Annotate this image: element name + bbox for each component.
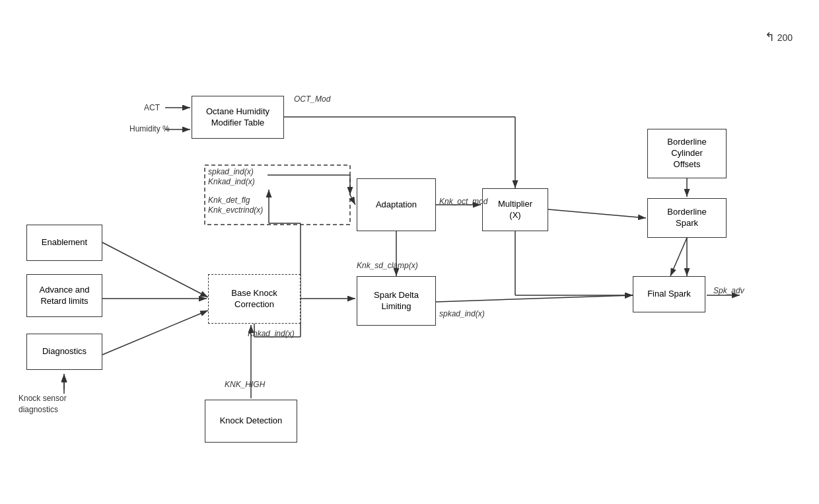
multiplier-box: Multiplier(X)	[482, 188, 548, 231]
advance-retard-box: Advance andRetard limits	[26, 274, 102, 317]
spkad-ind2-label: spkad_ind(x)	[439, 309, 485, 318]
spark-delta-box: Spark DeltaLimiting	[357, 276, 436, 326]
svg-line-7	[548, 209, 646, 218]
humidity-label: Humidity %	[129, 124, 170, 133]
act-label: ACT	[144, 103, 160, 112]
svg-line-15	[350, 195, 355, 205]
knk-sd-clamp-label: Knk_sd_clamp(x)	[357, 261, 418, 270]
spk-adv-label: Spk_adv	[713, 286, 744, 295]
knkad-ind2-label: Knkad_ind(x)	[248, 329, 295, 338]
knk-evctrind-label: Knk_evctrind(x)	[208, 205, 263, 215]
borderline-spark-box: BorderlineSpark	[647, 198, 727, 238]
enablement-box: Enablement	[26, 225, 102, 261]
svg-line-12	[102, 310, 208, 355]
knkad-ind1-label: Knkad_ind(x)	[208, 177, 255, 186]
octane-humidity-box: Octane Humidity Modifier Table	[192, 96, 284, 139]
adaptation-box: Adaptation	[357, 178, 436, 231]
arrows-svg	[0, 0, 819, 504]
base-knock-box: Base KnockCorrection	[208, 274, 301, 324]
diagram: Octane Humidity Modifier Table Adaptatio…	[0, 0, 819, 504]
svg-line-10	[102, 242, 208, 297]
oct-mod-label: OCT_Mod	[294, 94, 330, 104]
spkad-ind1-label: spkad_ind(x)	[208, 167, 254, 176]
diagnostics-box: Diagnostics	[26, 334, 102, 370]
knock-sensor-diag-label: Knock sensordiagnostics	[18, 393, 67, 415]
knock-detection-box: Knock Detection	[205, 400, 297, 443]
final-spark-box: Final Spark	[633, 276, 705, 312]
svg-line-9	[670, 238, 687, 276]
knk-high-label: KNK_HIGH	[225, 380, 265, 389]
knk-det-flg-label: Knk_det_flg	[208, 196, 250, 205]
borderline-cylinder-box: BorderlineCylinderOffsets	[647, 129, 727, 178]
svg-line-18	[436, 295, 633, 302]
knk-oct-mod-label: Knk_oct_mod	[439, 197, 487, 206]
ref-number: ↰ 200	[765, 30, 793, 44]
